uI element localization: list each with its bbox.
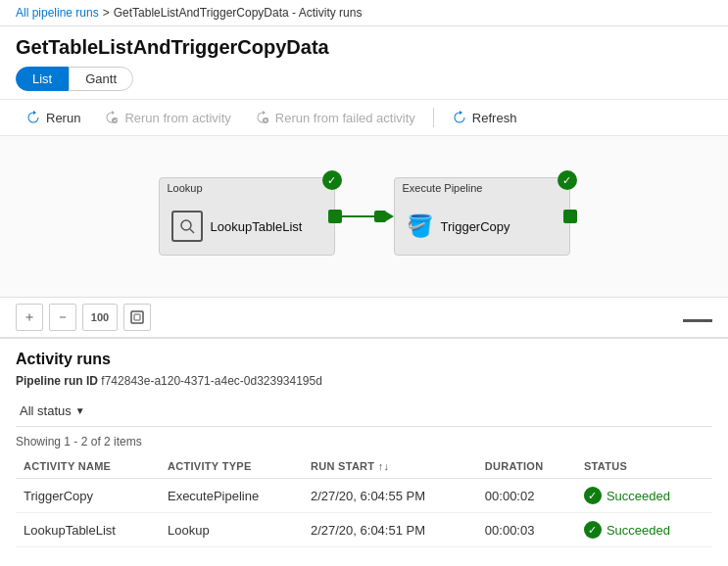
table-row[interactable]: LookupTableList Lookup 2/27/20, 6:04:51 … bbox=[16, 513, 712, 547]
canvas-divider bbox=[157, 310, 712, 325]
pipeline-run-id-row: Pipeline run ID f742843e-a120-4371-a4ec-… bbox=[16, 374, 712, 388]
cell-activity-type: ExecutePipeline bbox=[160, 479, 303, 513]
pipeline-run-id-label: Pipeline run ID bbox=[16, 374, 98, 388]
status-filter: All status ▼ bbox=[16, 396, 712, 427]
col-status: STATUS bbox=[576, 454, 712, 479]
sort-icon[interactable]: ↑↓ bbox=[378, 460, 390, 472]
rerun-from-activity-label: Rerun from activity bbox=[124, 111, 230, 125]
canvas-minus-btn[interactable]: － bbox=[49, 304, 76, 331]
svg-rect-5 bbox=[134, 314, 140, 320]
refresh-icon bbox=[452, 110, 467, 125]
refresh-button[interactable]: Refresh bbox=[442, 106, 527, 129]
lookup-icon bbox=[171, 211, 203, 242]
pipeline-arrow bbox=[335, 211, 394, 222]
canvas-fit-btn[interactable]: 100 bbox=[82, 304, 118, 331]
col-duration: DURATION bbox=[477, 454, 576, 479]
pipeline-canvas: Lookup LookupTableList ✓ Execute Pipelin bbox=[0, 136, 728, 298]
table-row[interactable]: TriggerCopy ExecutePipeline 2/27/20, 6:0… bbox=[16, 479, 712, 513]
execute-connector bbox=[563, 210, 577, 223]
execute-node-body: 🪣 TriggerCopy bbox=[395, 198, 569, 255]
cell-run-start: 2/27/20, 6:04:55 PM bbox=[303, 479, 477, 513]
svg-line-3 bbox=[190, 229, 194, 233]
execute-node-header: Execute Pipeline bbox=[395, 178, 569, 198]
status-filter-button[interactable]: All status ▼ bbox=[16, 401, 89, 420]
lookup-node-header: Lookup bbox=[160, 178, 334, 198]
cell-status: ✓ Succeeded bbox=[576, 513, 712, 547]
execute-pipeline-node[interactable]: Execute Pipeline 🪣 TriggerCopy ✓ bbox=[394, 177, 570, 256]
cell-run-start: 2/27/20, 6:04:51 PM bbox=[303, 513, 477, 547]
canvas-nodes: Lookup LookupTableList ✓ Execute Pipelin bbox=[20, 156, 708, 277]
cell-duration: 00:00:03 bbox=[477, 513, 576, 547]
canvas-frame-btn[interactable] bbox=[123, 304, 151, 331]
toolbar-separator bbox=[433, 108, 434, 127]
rerun-from-failed-label: Rerun from failed activity bbox=[275, 111, 415, 125]
svg-point-2 bbox=[181, 220, 191, 230]
cell-activity-name: TriggerCopy bbox=[16, 479, 160, 513]
execute-success-check: ✓ bbox=[558, 170, 577, 190]
gantt-toggle-btn[interactable]: Gantt bbox=[69, 67, 133, 91]
canvas-controls: ＋ － 100 bbox=[0, 298, 728, 339]
rerun-from-activity-button[interactable]: Rerun from activity bbox=[94, 106, 240, 129]
cell-activity-name: LookupTableList bbox=[16, 513, 160, 547]
arrow-head bbox=[384, 211, 394, 222]
breadcrumb: All pipeline runs > GetTableListAndTrigg… bbox=[0, 0, 728, 26]
lookup-connector bbox=[328, 210, 342, 223]
list-toggle-btn[interactable]: List bbox=[16, 67, 69, 91]
breadcrumb-separator: > bbox=[103, 6, 110, 20]
lookup-node-body: LookupTableList bbox=[160, 198, 334, 255]
breadcrumb-link[interactable]: All pipeline runs bbox=[16, 6, 99, 20]
lookup-node-label: LookupTableList bbox=[211, 219, 303, 234]
toolbar: Rerun Rerun from activity Rerun from fai… bbox=[0, 99, 728, 136]
execute-node-label: TriggerCopy bbox=[441, 219, 510, 234]
col-activity-name: ACTIVITY NAME bbox=[16, 454, 160, 479]
showing-text: Showing 1 - 2 of 2 items bbox=[16, 433, 712, 454]
lookup-success-check: ✓ bbox=[322, 170, 342, 190]
activity-runs-table: ACTIVITY NAME ACTIVITY TYPE RUN START ↑↓… bbox=[16, 454, 712, 547]
chevron-down-icon: ▼ bbox=[75, 405, 85, 416]
rerun-label: Rerun bbox=[46, 111, 80, 125]
cell-activity-type: Lookup bbox=[160, 513, 303, 547]
canvas-add-btn[interactable]: ＋ bbox=[16, 304, 43, 331]
status-label: Succeeded bbox=[607, 489, 670, 503]
col-activity-type: ACTIVITY TYPE bbox=[160, 454, 303, 479]
breadcrumb-current: GetTableListAndTriggerCopyData - Activit… bbox=[114, 6, 363, 20]
cell-status: ✓ Succeeded bbox=[576, 479, 712, 513]
page-title: GetTableListAndTriggerCopyData bbox=[0, 26, 728, 67]
col-run-start: RUN START ↑↓ bbox=[303, 454, 477, 479]
svg-point-0 bbox=[112, 118, 118, 123]
lookup-node[interactable]: Lookup LookupTableList ✓ bbox=[159, 177, 335, 256]
refresh-label: Refresh bbox=[472, 111, 517, 125]
success-icon: ✓ bbox=[584, 487, 602, 504]
activity-section: Activity runs Pipeline run ID f742843e-a… bbox=[0, 339, 728, 547]
pipeline-run-id-value: f742843e-a120-4371-a4ec-0d323934195d bbox=[101, 374, 322, 388]
rerun-button[interactable]: Rerun bbox=[16, 106, 90, 129]
status-label: Succeeded bbox=[607, 523, 670, 538]
execute-pipeline-icon: 🪣 bbox=[407, 213, 433, 239]
success-icon: ✓ bbox=[584, 521, 602, 539]
table-header: ACTIVITY NAME ACTIVITY TYPE RUN START ↑↓… bbox=[16, 454, 712, 479]
rerun-from-activity-icon bbox=[104, 110, 120, 125]
cell-duration: 00:00:02 bbox=[477, 479, 576, 513]
table-body: TriggerCopy ExecutePipeline 2/27/20, 6:0… bbox=[16, 479, 712, 547]
rerun-from-failed-button[interactable]: Rerun from failed activity bbox=[245, 106, 425, 129]
view-toggle: List Gantt bbox=[0, 67, 728, 99]
svg-rect-4 bbox=[131, 311, 143, 323]
section-title: Activity runs bbox=[16, 351, 712, 368]
rerun-icon bbox=[25, 110, 41, 125]
status-filter-label: All status bbox=[20, 403, 72, 418]
rerun-from-failed-icon bbox=[255, 110, 270, 125]
